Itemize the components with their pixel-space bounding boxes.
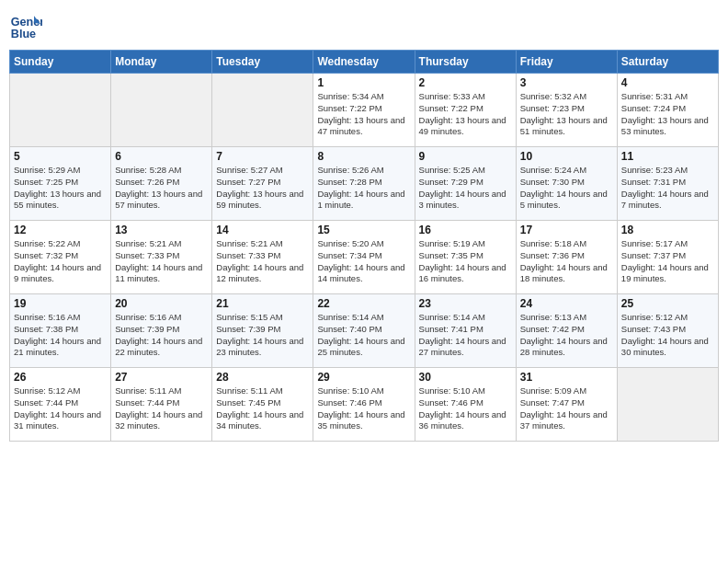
calendar-cell: 24Sunrise: 5:13 AMSunset: 7:42 PMDayligh…	[516, 294, 617, 368]
logo: General Blue	[9, 9, 42, 42]
day-number: 12	[14, 224, 107, 236]
cell-info: Sunrise: 5:21 AMSunset: 7:33 PMDaylight:…	[115, 238, 208, 285]
day-number: 28	[216, 371, 309, 384]
day-of-week-header: Monday	[111, 51, 212, 74]
day-number: 14	[216, 224, 309, 236]
calendar-cell: 17Sunrise: 5:18 AMSunset: 7:36 PMDayligh…	[516, 221, 617, 294]
calendar-cell: 13Sunrise: 5:21 AMSunset: 7:33 PMDayligh…	[111, 221, 212, 294]
day-number: 3	[520, 76, 613, 89]
day-number: 20	[115, 297, 208, 310]
cell-info: Sunrise: 5:27 AMSunset: 7:27 PMDaylight:…	[216, 165, 309, 212]
calendar-cell: 19Sunrise: 5:16 AMSunset: 7:38 PMDayligh…	[10, 294, 111, 368]
cell-info: Sunrise: 5:14 AMSunset: 7:40 PMDaylight:…	[317, 312, 410, 359]
day-of-week-header: Sunday	[10, 51, 111, 74]
cell-info: Sunrise: 5:33 AMSunset: 7:22 PMDaylight:…	[419, 91, 512, 138]
calendar-cell: 10Sunrise: 5:24 AMSunset: 7:30 PMDayligh…	[516, 147, 617, 221]
calendar-week-row: 12Sunrise: 5:22 AMSunset: 7:32 PMDayligh…	[10, 221, 719, 294]
cell-info: Sunrise: 5:34 AMSunset: 7:22 PMDaylight:…	[317, 91, 410, 138]
cell-info: Sunrise: 5:11 AMSunset: 7:44 PMDaylight:…	[115, 385, 208, 432]
day-of-week-header: Thursday	[415, 51, 516, 74]
cell-info: Sunrise: 5:13 AMSunset: 7:42 PMDaylight:…	[520, 312, 613, 359]
calendar-header: SundayMondayTuesdayWednesdayThursdayFrid…	[10, 51, 719, 74]
calendar-cell	[212, 74, 313, 147]
cell-info: Sunrise: 5:24 AMSunset: 7:30 PMDaylight:…	[520, 165, 613, 212]
calendar-cell: 28Sunrise: 5:11 AMSunset: 7:45 PMDayligh…	[212, 368, 313, 442]
day-number: 11	[621, 150, 714, 163]
day-number: 18	[621, 224, 714, 236]
cell-info: Sunrise: 5:22 AMSunset: 7:32 PMDaylight:…	[14, 238, 107, 285]
cell-info: Sunrise: 5:28 AMSunset: 7:26 PMDaylight:…	[115, 165, 208, 212]
calendar-table: SundayMondayTuesdayWednesdayThursdayFrid…	[9, 50, 719, 442]
svg-text:Blue: Blue	[11, 28, 36, 40]
calendar-week-row: 26Sunrise: 5:12 AMSunset: 7:44 PMDayligh…	[10, 368, 719, 442]
day-number: 27	[115, 371, 208, 384]
day-number: 19	[14, 297, 107, 310]
day-number: 16	[419, 224, 512, 236]
calendar-body: 1Sunrise: 5:34 AMSunset: 7:22 PMDaylight…	[10, 74, 719, 442]
calendar-cell: 20Sunrise: 5:16 AMSunset: 7:39 PMDayligh…	[111, 294, 212, 368]
cell-info: Sunrise: 5:10 AMSunset: 7:46 PMDaylight:…	[317, 385, 410, 432]
calendar-cell: 7Sunrise: 5:27 AMSunset: 7:27 PMDaylight…	[212, 147, 313, 221]
day-of-week-header: Saturday	[617, 51, 718, 74]
day-number: 17	[520, 224, 613, 236]
day-number: 8	[317, 150, 410, 163]
calendar-cell: 1Sunrise: 5:34 AMSunset: 7:22 PMDaylight…	[313, 74, 415, 147]
day-number: 25	[621, 297, 714, 310]
day-of-week-header: Wednesday	[313, 51, 415, 74]
cell-info: Sunrise: 5:29 AMSunset: 7:25 PMDaylight:…	[14, 165, 107, 212]
day-number: 15	[317, 224, 410, 236]
day-number: 10	[520, 150, 613, 163]
calendar-cell	[111, 74, 212, 147]
cell-info: Sunrise: 5:10 AMSunset: 7:46 PMDaylight:…	[419, 385, 512, 432]
day-number: 7	[216, 150, 309, 163]
cell-info: Sunrise: 5:12 AMSunset: 7:43 PMDaylight:…	[621, 312, 714, 359]
day-number: 9	[419, 150, 512, 163]
calendar-cell: 25Sunrise: 5:12 AMSunset: 7:43 PMDayligh…	[617, 294, 718, 368]
calendar-cell: 4Sunrise: 5:31 AMSunset: 7:24 PMDaylight…	[617, 74, 718, 147]
cell-info: Sunrise: 5:19 AMSunset: 7:35 PMDaylight:…	[419, 238, 512, 285]
cell-info: Sunrise: 5:11 AMSunset: 7:45 PMDaylight:…	[216, 385, 309, 432]
calendar-cell: 27Sunrise: 5:11 AMSunset: 7:44 PMDayligh…	[111, 368, 212, 442]
day-number: 30	[419, 371, 512, 384]
calendar-cell: 14Sunrise: 5:21 AMSunset: 7:33 PMDayligh…	[212, 221, 313, 294]
cell-info: Sunrise: 5:12 AMSunset: 7:44 PMDaylight:…	[14, 385, 107, 432]
calendar-cell: 31Sunrise: 5:09 AMSunset: 7:47 PMDayligh…	[516, 368, 617, 442]
calendar-cell: 29Sunrise: 5:10 AMSunset: 7:46 PMDayligh…	[313, 368, 415, 442]
calendar-cell: 15Sunrise: 5:20 AMSunset: 7:34 PMDayligh…	[313, 221, 415, 294]
day-number: 21	[216, 297, 309, 310]
calendar-cell: 16Sunrise: 5:19 AMSunset: 7:35 PMDayligh…	[415, 221, 516, 294]
calendar-cell: 30Sunrise: 5:10 AMSunset: 7:46 PMDayligh…	[415, 368, 516, 442]
day-number: 13	[115, 224, 208, 236]
calendar-cell: 18Sunrise: 5:17 AMSunset: 7:37 PMDayligh…	[617, 221, 718, 294]
calendar-week-row: 5Sunrise: 5:29 AMSunset: 7:25 PMDaylight…	[10, 147, 719, 221]
day-number: 31	[520, 371, 613, 384]
day-number: 24	[520, 297, 613, 310]
cell-info: Sunrise: 5:16 AMSunset: 7:39 PMDaylight:…	[115, 312, 208, 359]
day-of-week-header: Tuesday	[212, 51, 313, 74]
day-number: 29	[317, 371, 410, 384]
day-number: 4	[621, 76, 714, 89]
calendar-cell: 8Sunrise: 5:26 AMSunset: 7:28 PMDaylight…	[313, 147, 415, 221]
cell-info: Sunrise: 5:20 AMSunset: 7:34 PMDaylight:…	[317, 238, 410, 285]
day-of-week-header: Friday	[516, 51, 617, 74]
calendar-cell	[10, 74, 111, 147]
cell-info: Sunrise: 5:21 AMSunset: 7:33 PMDaylight:…	[216, 238, 309, 285]
calendar-cell: 12Sunrise: 5:22 AMSunset: 7:32 PMDayligh…	[10, 221, 111, 294]
cell-info: Sunrise: 5:25 AMSunset: 7:29 PMDaylight:…	[419, 165, 512, 212]
cell-info: Sunrise: 5:23 AMSunset: 7:31 PMDaylight:…	[621, 165, 714, 212]
cell-info: Sunrise: 5:18 AMSunset: 7:36 PMDaylight:…	[520, 238, 613, 285]
cell-info: Sunrise: 5:17 AMSunset: 7:37 PMDaylight:…	[621, 238, 714, 285]
calendar-cell: 5Sunrise: 5:29 AMSunset: 7:25 PMDaylight…	[10, 147, 111, 221]
calendar-week-row: 1Sunrise: 5:34 AMSunset: 7:22 PMDaylight…	[10, 74, 719, 147]
logo-icon: General Blue	[9, 9, 42, 42]
day-number: 22	[317, 297, 410, 310]
calendar-cell: 21Sunrise: 5:15 AMSunset: 7:39 PMDayligh…	[212, 294, 313, 368]
calendar-cell: 9Sunrise: 5:25 AMSunset: 7:29 PMDaylight…	[415, 147, 516, 221]
cell-info: Sunrise: 5:15 AMSunset: 7:39 PMDaylight:…	[216, 312, 309, 359]
calendar-cell: 2Sunrise: 5:33 AMSunset: 7:22 PMDaylight…	[415, 74, 516, 147]
day-number: 1	[317, 76, 410, 89]
cell-info: Sunrise: 5:14 AMSunset: 7:41 PMDaylight:…	[419, 312, 512, 359]
cell-info: Sunrise: 5:16 AMSunset: 7:38 PMDaylight:…	[14, 312, 107, 359]
cell-info: Sunrise: 5:31 AMSunset: 7:24 PMDaylight:…	[621, 91, 714, 138]
cell-info: Sunrise: 5:09 AMSunset: 7:47 PMDaylight:…	[520, 385, 613, 432]
